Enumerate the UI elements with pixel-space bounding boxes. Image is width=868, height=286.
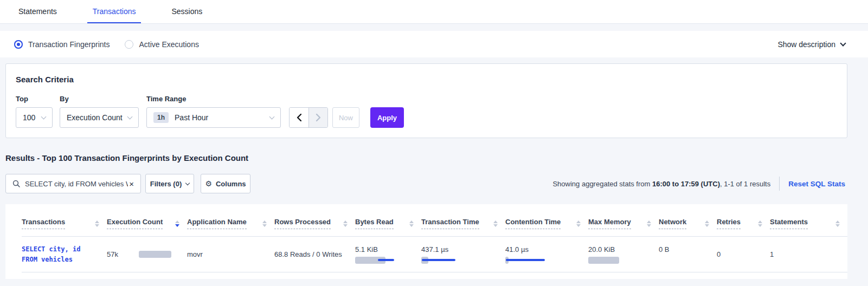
next-time-button[interactable]	[308, 108, 327, 127]
sort-icon[interactable]	[576, 220, 581, 227]
search-criteria-form: Top 100 By Execution Count Time Range 1h…	[16, 95, 837, 128]
col-header-contention-time[interactable]: Contention Time	[505, 204, 588, 237]
sort-icon[interactable]	[758, 220, 762, 227]
transaction-fingerprint-link[interactable]: SELECT city, id FROM vehicles	[22, 244, 101, 264]
tab-bar: Statements Transactions Sessions	[0, 0, 868, 24]
sort-icon[interactable]	[647, 220, 651, 227]
time-range-select[interactable]: 1h Past Hour	[146, 107, 281, 128]
col-header-application-name[interactable]: Application Name	[187, 204, 274, 237]
sort-icon[interactable]	[835, 220, 840, 227]
top-label: Top	[16, 95, 53, 103]
by-field: By Execution Count	[60, 95, 139, 128]
columns-button[interactable]: ⚙ Columns	[201, 174, 250, 193]
by-select[interactable]: Execution Count	[60, 107, 139, 128]
cell-statements: 1	[770, 237, 847, 272]
col-header-transactions[interactable]: Transactions	[22, 204, 107, 237]
contention-time-bar	[505, 257, 583, 264]
radio-label: Active Executions	[139, 40, 199, 49]
cell-transaction: SELECT city, id FROM vehicles	[22, 237, 107, 272]
execution-count-bar	[139, 251, 171, 258]
col-header-max-memory[interactable]: Max Memory	[588, 204, 659, 237]
gear-icon: ⚙	[205, 179, 212, 188]
now-button[interactable]: Now	[332, 107, 359, 128]
time-range-value: Past Hour	[175, 113, 208, 122]
cell-contention-time: 41.0 µs	[505, 237, 588, 272]
results-heading: Results - Top 100 Transaction Fingerprin…	[5, 153, 868, 162]
radio-transaction-fingerprints[interactable]: Transaction Fingerprints	[14, 40, 110, 49]
sort-icon[interactable]	[343, 220, 348, 227]
col-header-rows-processed[interactable]: Rows Processed	[274, 204, 355, 237]
radio-active-executions[interactable]: Active Executions	[125, 40, 199, 49]
radio-unselected-icon[interactable]	[125, 40, 133, 49]
chevron-down-icon	[840, 40, 846, 46]
max-memory-bar	[588, 257, 653, 264]
sql-activity-page: Statements Transactions Sessions Transac…	[0, 0, 868, 286]
reset-sql-stats-link[interactable]: Reset SQL Stats	[788, 180, 845, 188]
top-select-value: 100	[23, 113, 35, 122]
search-input[interactable]	[25, 180, 128, 188]
stats-prefix: Showing aggregated stats from	[552, 180, 652, 188]
tab-transactions[interactable]: Transactions	[87, 0, 142, 23]
by-label: By	[60, 95, 139, 103]
search-criteria-title: Search Criteria	[16, 75, 837, 84]
filters-label: Filters (0)	[150, 180, 182, 188]
filters-button[interactable]: Filters (0)	[145, 174, 194, 193]
table-row: SELECT city, id FROM vehicles 57k movr 6…	[22, 237, 847, 272]
chevron-down-icon	[185, 180, 190, 185]
search-icon	[12, 180, 20, 187]
transactions-table: Transactions Execution Count Application…	[22, 204, 847, 272]
results-controls: × Filters (0) ⚙ Columns Showing aggregat…	[5, 174, 845, 193]
radio-selected-icon[interactable]	[14, 40, 23, 49]
sort-icon[interactable]	[262, 220, 267, 227]
search-criteria-card: Search Criteria Top 100 By Execution Cou…	[5, 63, 847, 138]
top-field: Top 100	[16, 95, 53, 128]
search-box[interactable]: ×	[5, 174, 141, 193]
sort-icon[interactable]	[95, 220, 99, 227]
stats-time-range: 16:00 to 17:59 (UTC)	[652, 180, 720, 188]
cell-execution-count: 57k	[107, 237, 187, 272]
sort-icon-active-desc[interactable]	[175, 220, 179, 227]
spacer-strip	[0, 24, 868, 31]
bytes-read-bar	[355, 257, 416, 264]
clear-search-icon[interactable]: ×	[128, 180, 135, 188]
show-description-toggle[interactable]: Show description	[777, 40, 845, 49]
chevron-left-icon	[296, 113, 303, 122]
col-header-retries[interactable]: Retries	[717, 204, 770, 237]
table-header-row: Transactions Execution Count Application…	[22, 204, 847, 237]
sort-icon[interactable]	[493, 220, 498, 227]
radio-label: Transaction Fingerprints	[28, 40, 110, 49]
cell-max-memory: 20.0 KiB	[588, 237, 659, 272]
top-select[interactable]: 100	[16, 107, 53, 128]
time-range-nav	[289, 107, 328, 128]
time-range-label: Time Range	[146, 95, 281, 103]
chevron-down-icon	[41, 114, 47, 120]
chevron-down-icon	[269, 114, 275, 120]
view-toggle-bar: Transaction Fingerprints Active Executio…	[0, 31, 868, 57]
cell-rows-processed: 68.8 Reads / 0 Writes	[274, 237, 355, 272]
sort-icon[interactable]	[705, 220, 709, 227]
tab-statements[interactable]: Statements	[13, 0, 62, 23]
by-select-value: Execution Count	[67, 113, 123, 122]
stats-suffix: , 1-1 of 1 results	[720, 180, 770, 188]
col-header-statements[interactable]: Statements	[770, 204, 847, 237]
cell-application-name: movr	[187, 237, 274, 272]
prev-time-button[interactable]	[290, 108, 308, 127]
cell-bytes-read: 5.1 KiB	[355, 237, 421, 272]
cell-transaction-time: 437.1 µs	[421, 237, 505, 272]
col-header-execution-count[interactable]: Execution Count	[107, 204, 187, 237]
divider	[779, 177, 780, 191]
col-header-bytes-read[interactable]: Bytes Read	[355, 204, 421, 237]
col-header-network[interactable]: Network	[659, 204, 717, 237]
apply-button[interactable]: Apply	[370, 107, 404, 128]
show-description-label: Show description	[777, 40, 835, 49]
chevron-right-icon	[315, 113, 322, 122]
sort-icon[interactable]	[409, 220, 414, 227]
results-table-card: Transactions Execution Count Application…	[5, 204, 847, 279]
columns-label: Columns	[216, 180, 246, 188]
tab-sessions[interactable]: Sessions	[166, 0, 208, 23]
time-range-field: Time Range 1h Past Hour	[146, 95, 281, 128]
col-header-transaction-time[interactable]: Transaction Time	[421, 204, 505, 237]
stats-summary: Showing aggregated stats from 16:00 to 1…	[552, 177, 845, 191]
transaction-time-bar	[421, 257, 500, 264]
chevron-down-icon	[127, 114, 133, 120]
